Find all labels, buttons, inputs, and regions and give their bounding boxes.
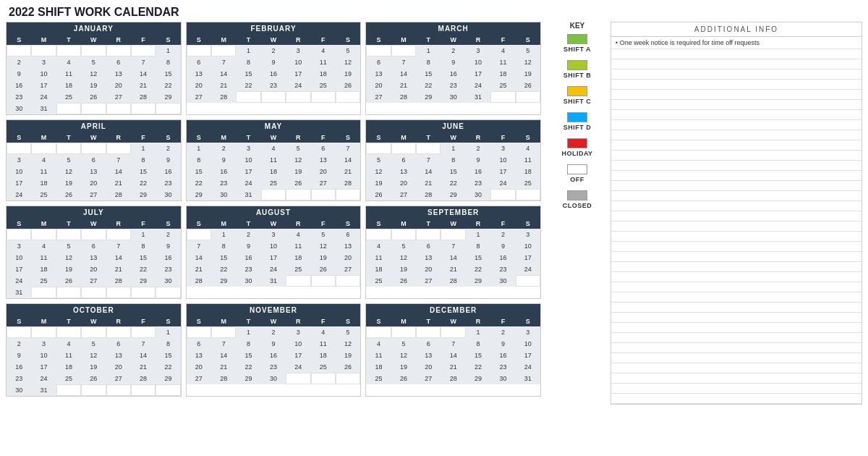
cal-day-cell: 10 [286,56,310,68]
cal-day-cell: 24 [31,91,56,103]
cal-day-cell: 14 [131,350,156,361]
cal-day-cell: 22 [236,361,260,373]
day-header: S [336,219,360,229]
cal-day-cell: 18 [261,166,286,177]
cal-empty-cell [416,229,441,240]
cal-day-cell: 21 [106,263,131,275]
cal-day-cell: 17 [466,68,490,80]
cal-day-cell: 7 [187,240,211,252]
cal-day-cell: 3 [7,154,31,166]
day-header: S [7,219,31,229]
day-header: S [187,132,211,143]
additional-info-empty-line [611,272,861,282]
cal-day-cell: 3 [7,240,31,252]
cal-day-cell: 14 [416,166,441,177]
cal-day-cell: 14 [211,68,236,80]
cal-empty-cell [336,373,360,384]
cal-day-cell: 10 [236,154,260,166]
cal-day-cell: 18 [56,80,81,91]
cal-day-cell: 27 [416,373,441,384]
day-header: W [441,219,465,229]
cal-day-cell: 25 [311,80,336,91]
additional-info-empty-line [611,110,861,120]
day-header: F [490,219,515,229]
cal-day-cell: 1 [156,45,180,56]
cal-day-cell: 27 [336,263,360,275]
day-header: F [311,132,336,143]
cal-day-cell: 12 [366,166,391,177]
cal-day-cell: 11 [490,56,515,68]
day-header: S [187,219,211,229]
cal-day-cell: 27 [366,91,391,103]
cal-day-cell: 24 [31,373,56,384]
key-color-box [567,34,587,44]
cal-day-cell: 13 [187,68,211,80]
cal-empty-cell [156,103,180,114]
additional-info-empty-line [611,394,861,404]
additional-info-empty-line [611,292,861,303]
cal-empty-cell [187,229,211,240]
calendar-month-header: JANUARY [7,22,181,35]
day-header: W [81,219,106,229]
cal-day-cell: 25 [31,189,56,200]
cal-empty-cell [31,326,56,338]
cal-day-cell: 12 [391,350,416,361]
cal-day-cell: 13 [366,68,391,80]
day-header: R [286,219,310,229]
cal-day-cell: 23 [7,373,31,384]
cal-day-cell: 18 [516,166,540,177]
day-header: M [391,35,416,45]
cal-day-cell: 23 [7,91,31,103]
calendar-december: DECEMBERSMTWRFS1234567891011121314151617… [365,303,541,397]
cal-day-cell: 16 [7,80,31,91]
cal-day-cell: 6 [106,56,131,68]
cal-day-cell: 26 [81,373,106,384]
cal-day-cell: 26 [56,189,81,200]
cal-day-cell: 30 [261,373,286,384]
calendar-july: JULYSMTWRFS12345678910111213141516171819… [6,206,182,299]
day-header: F [311,35,336,45]
cal-day-cell: 30 [156,189,180,200]
cal-day-cell: 22 [131,177,156,189]
cal-empty-cell [81,326,106,338]
cal-day-cell: 30 [490,373,515,384]
cal-day-cell: 31 [236,189,260,200]
key-label: SHIFT A [563,46,591,53]
day-header: R [466,132,490,143]
calendar-september: SEPTEMBERSMTWRFS123456789101112131415161… [365,206,541,299]
cal-day-cell: 19 [391,361,416,373]
cal-day-cell: 15 [466,350,490,361]
cal-day-cell: 25 [261,177,286,189]
cal-day-cell: 18 [31,177,56,189]
cal-day-cell: 21 [187,263,211,275]
cal-day-cell: 10 [31,350,56,361]
cal-empty-cell [286,91,310,103]
cal-day-cell: 13 [311,154,336,166]
cal-day-cell: 23 [441,80,465,91]
cal-day-cell: 25 [286,263,310,275]
cal-day-cell: 10 [516,338,540,350]
cal-empty-cell [7,45,31,56]
cal-day-cell: 3 [516,326,540,338]
day-header: F [490,35,515,45]
cal-day-cell: 7 [106,154,131,166]
additional-info-empty-line [611,161,861,171]
day-header: S [336,316,360,326]
calendar-february: FEBRUARYSMTWRFS1234567891011121314151617… [186,22,362,115]
calendar-grid: JANUARYSMTWRFS12345678910111213141516171… [6,22,541,397]
cal-empty-cell [156,287,180,298]
cal-day-cell: 4 [286,229,310,240]
cal-day-cell: 7 [336,143,360,154]
cal-day-cell: 8 [156,338,180,350]
cal-day-cell: 23 [466,177,490,189]
cal-day-cell: 31 [466,91,490,103]
cal-day-cell: 20 [187,80,211,91]
cal-day-cell: 11 [286,240,310,252]
cal-empty-cell [416,143,441,154]
cal-day-cell: 14 [391,68,416,80]
day-header: S [7,132,31,143]
day-header: M [391,316,416,326]
cal-day-cell: 6 [106,338,131,350]
cal-day-cell: 14 [441,252,465,263]
cal-day-cell: 17 [516,350,540,361]
